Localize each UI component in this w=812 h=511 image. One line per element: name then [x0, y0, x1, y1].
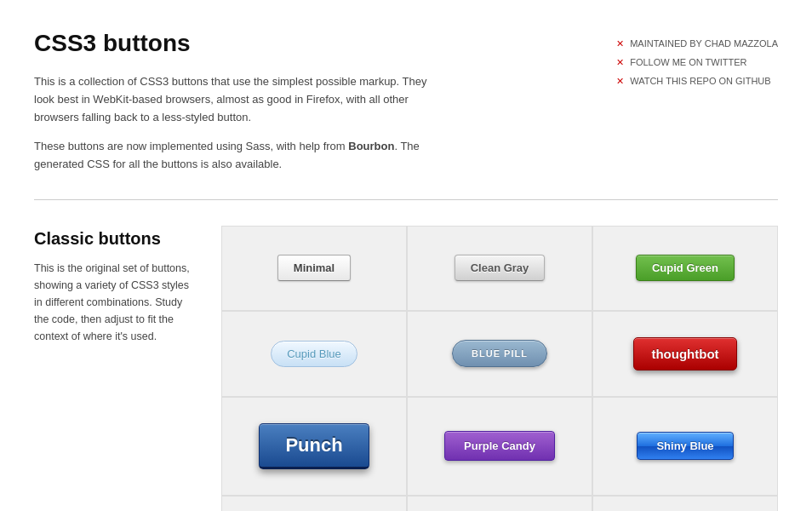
page-title: CSS3 buttons — [34, 26, 443, 61]
button-cell-cupid-blue: Cupid Blue — [221, 311, 407, 397]
punch-button[interactable]: Punch — [259, 423, 369, 469]
desc2-prefix: These buttons are now implemented using … — [34, 140, 348, 152]
button-cell-thoughtbot: thoughtbot — [592, 311, 778, 397]
header-right: ✕ MAINTAINED BY CHAD MAZZOLA ✕ FOLLOW ME… — [616, 26, 778, 90]
button-cell-placeholder-1 — [221, 496, 407, 511]
button-cell-purple-candy: Purple Candy — [407, 397, 592, 496]
header-link-3[interactable]: ✕ WATCH THIS REPO ON GITHUB — [616, 72, 778, 90]
classic-description: Classic buttons This is the original set… — [34, 226, 221, 511]
header-link-1-label: MAINTAINED BY CHAD MAZZOLA — [630, 38, 778, 49]
button-cell-clean-gray: Clean Gray — [407, 226, 592, 311]
cupid-green-button[interactable]: Cupid Green — [636, 255, 735, 281]
section-divider — [34, 199, 778, 200]
header-left: CSS3 buttons This is a collection of CSS… — [34, 26, 443, 174]
page-wrapper: CSS3 buttons This is a collection of CSS… — [0, 0, 812, 511]
button-cell-punch: Punch — [221, 397, 407, 496]
header-link-2-label: FOLLOW ME ON TWITTER — [630, 57, 746, 67]
x-icon-2: ✕ — [616, 57, 624, 67]
classic-desc-text: This is the original set of buttons, sho… — [34, 260, 196, 345]
thoughtbot-button[interactable]: thoughtbot — [633, 337, 736, 370]
button-cell-shiny-blue: Shiny Blue — [592, 397, 778, 496]
desc2-bold: Bourbon — [348, 140, 394, 152]
header-description-1: This is a collection of CSS3 buttons tha… — [34, 73, 443, 126]
clean-gray-button[interactable]: Clean Gray — [455, 255, 546, 281]
blue-pill-button[interactable]: BLUE PILL — [452, 340, 547, 367]
button-cell-cupid-green: Cupid Green — [592, 226, 778, 311]
header-link-3-label: WATCH THIS REPO ON GITHUB — [630, 76, 770, 86]
button-cell-minimal: Minimal — [221, 226, 407, 311]
shiny-blue-button[interactable]: Shiny Blue — [637, 432, 733, 460]
button-cell-placeholder-2 — [407, 496, 592, 511]
minimal-button[interactable]: Minimal — [277, 255, 351, 281]
button-grid: Minimal Clean Gray Cupid Green Cupid Blu… — [221, 226, 778, 511]
x-icon-3: ✕ — [616, 76, 624, 86]
header-link-1[interactable]: ✕ MAINTAINED BY CHAD MAZZOLA — [616, 34, 778, 53]
header-link-2[interactable]: ✕ FOLLOW ME ON TWITTER — [616, 53, 778, 72]
header-description-2: These buttons are now implemented using … — [34, 138, 443, 174]
button-cell-placeholder-3 — [592, 496, 778, 511]
classic-title: Classic buttons — [34, 226, 196, 251]
button-cell-blue-pill: BLUE PILL — [407, 311, 592, 397]
header-section: CSS3 buttons This is a collection of CSS… — [34, 26, 778, 174]
x-icon-1: ✕ — [616, 38, 624, 49]
classic-section: Classic buttons This is the original set… — [34, 226, 778, 511]
cupid-blue-button[interactable]: Cupid Blue — [271, 341, 357, 367]
purple-candy-button[interactable]: Purple Candy — [444, 431, 555, 461]
